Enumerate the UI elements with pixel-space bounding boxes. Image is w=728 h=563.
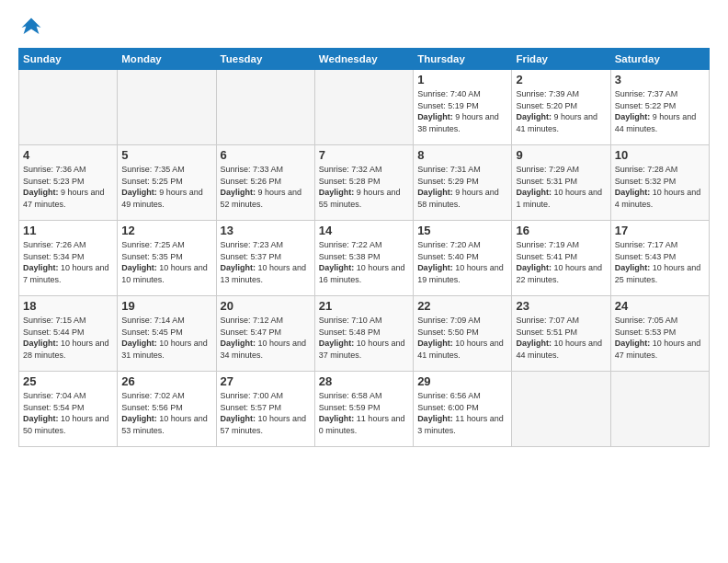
calendar-table: SundayMondayTuesdayWednesdayThursdayFrid… [18, 48, 710, 447]
day-detail: Sunrise: 7:36 AMSunset: 5:23 PMDaylight:… [23, 164, 113, 210]
day-detail: Sunrise: 7:37 AMSunset: 5:22 PMDaylight:… [615, 88, 705, 134]
day-detail: Sunrise: 7:09 AMSunset: 5:50 PMDaylight:… [417, 315, 507, 361]
day-number: 22 [417, 299, 507, 313]
day-detail: Sunrise: 7:31 AMSunset: 5:29 PMDaylight:… [417, 164, 507, 210]
calendar-cell [19, 70, 118, 145]
day-number: 4 [23, 148, 113, 162]
day-detail: Sunrise: 7:00 AMSunset: 5:57 PMDaylight:… [221, 390, 311, 436]
calendar-cell: 7Sunrise: 7:32 AMSunset: 5:28 PMDaylight… [314, 145, 413, 221]
calendar-cell: 23Sunrise: 7:07 AMSunset: 5:51 PMDayligh… [512, 296, 610, 372]
calendar-cell: 1Sunrise: 7:40 AMSunset: 5:19 PMDaylight… [414, 70, 512, 145]
day-number: 8 [417, 148, 507, 162]
logo [18, 15, 48, 40]
day-detail: Sunrise: 7:15 AMSunset: 5:44 PMDaylight:… [23, 315, 113, 361]
calendar-day-header: Wednesday [314, 49, 413, 70]
calendar-day-header: Monday [118, 49, 216, 70]
header [18, 15, 710, 40]
calendar-cell: 5Sunrise: 7:35 AMSunset: 5:25 PMDaylight… [118, 145, 216, 221]
calendar-cell: 21Sunrise: 7:10 AMSunset: 5:48 PMDayligh… [314, 296, 413, 372]
day-detail: Sunrise: 7:26 AMSunset: 5:34 PMDaylight:… [23, 239, 113, 285]
svg-marker-0 [22, 18, 41, 35]
day-number: 28 [319, 374, 409, 388]
day-number: 9 [516, 148, 606, 162]
calendar-cell: 12Sunrise: 7:25 AMSunset: 5:35 PMDayligh… [118, 221, 216, 296]
calendar-cell: 6Sunrise: 7:33 AMSunset: 5:26 PMDaylight… [216, 145, 314, 221]
calendar-cell: 25Sunrise: 7:04 AMSunset: 5:54 PMDayligh… [19, 372, 118, 447]
day-number: 7 [319, 148, 409, 162]
day-detail: Sunrise: 7:32 AMSunset: 5:28 PMDaylight:… [319, 164, 409, 210]
day-number: 12 [121, 224, 211, 237]
calendar-cell: 28Sunrise: 6:58 AMSunset: 5:59 PMDayligh… [314, 372, 413, 447]
calendar-cell [314, 70, 413, 145]
calendar-week-row: 18Sunrise: 7:15 AMSunset: 5:44 PMDayligh… [19, 296, 710, 372]
calendar-cell: 8Sunrise: 7:31 AMSunset: 5:29 PMDaylight… [414, 145, 512, 221]
day-number: 5 [121, 148, 211, 162]
calendar-cell: 20Sunrise: 7:12 AMSunset: 5:47 PMDayligh… [216, 296, 314, 372]
calendar-cell: 18Sunrise: 7:15 AMSunset: 5:44 PMDayligh… [19, 296, 118, 372]
day-number: 10 [615, 148, 705, 162]
day-number: 1 [417, 73, 507, 86]
day-detail: Sunrise: 7:10 AMSunset: 5:48 PMDaylight:… [319, 315, 409, 361]
calendar-week-row: 25Sunrise: 7:04 AMSunset: 5:54 PMDayligh… [19, 372, 710, 447]
calendar-day-header: Thursday [414, 49, 512, 70]
day-detail: Sunrise: 7:02 AMSunset: 5:56 PMDaylight:… [121, 390, 211, 436]
day-detail: Sunrise: 7:14 AMSunset: 5:45 PMDaylight:… [121, 315, 211, 361]
calendar-cell: 26Sunrise: 7:02 AMSunset: 5:56 PMDayligh… [118, 372, 216, 447]
calendar-week-row: 1Sunrise: 7:40 AMSunset: 5:19 PMDaylight… [19, 70, 710, 145]
calendar-cell: 4Sunrise: 7:36 AMSunset: 5:23 PMDaylight… [19, 145, 118, 221]
calendar-cell: 9Sunrise: 7:29 AMSunset: 5:31 PMDaylight… [512, 145, 610, 221]
calendar-cell: 24Sunrise: 7:05 AMSunset: 5:53 PMDayligh… [610, 296, 709, 372]
day-detail: Sunrise: 7:29 AMSunset: 5:31 PMDaylight:… [516, 164, 606, 210]
calendar-cell [216, 70, 314, 145]
logo-icon [18, 15, 44, 40]
calendar-cell: 13Sunrise: 7:23 AMSunset: 5:37 PMDayligh… [216, 221, 314, 296]
day-detail: Sunrise: 7:19 AMSunset: 5:41 PMDaylight:… [516, 239, 606, 285]
day-number: 23 [516, 299, 606, 313]
calendar-week-row: 4Sunrise: 7:36 AMSunset: 5:23 PMDaylight… [19, 145, 710, 221]
day-number: 27 [221, 374, 311, 388]
page-container: SundayMondayTuesdayWednesdayThursdayFrid… [0, 0, 728, 456]
calendar-cell: 27Sunrise: 7:00 AMSunset: 5:57 PMDayligh… [216, 372, 314, 447]
day-number: 17 [615, 224, 705, 237]
day-detail: Sunrise: 7:05 AMSunset: 5:53 PMDaylight:… [615, 315, 705, 361]
calendar-day-header: Friday [512, 49, 610, 70]
day-detail: Sunrise: 7:23 AMSunset: 5:37 PMDaylight:… [221, 239, 311, 285]
day-number: 14 [319, 224, 409, 237]
day-detail: Sunrise: 7:20 AMSunset: 5:40 PMDaylight:… [417, 239, 507, 285]
day-detail: Sunrise: 7:28 AMSunset: 5:32 PMDaylight:… [615, 164, 705, 210]
calendar-cell: 15Sunrise: 7:20 AMSunset: 5:40 PMDayligh… [414, 221, 512, 296]
calendar-cell: 17Sunrise: 7:17 AMSunset: 5:43 PMDayligh… [610, 221, 709, 296]
calendar-cell: 22Sunrise: 7:09 AMSunset: 5:50 PMDayligh… [414, 296, 512, 372]
day-number: 24 [615, 299, 705, 313]
day-number: 20 [221, 299, 311, 313]
day-detail: Sunrise: 7:17 AMSunset: 5:43 PMDaylight:… [615, 239, 705, 285]
calendar-day-header: Sunday [19, 49, 118, 70]
day-detail: Sunrise: 7:39 AMSunset: 5:20 PMDaylight:… [516, 88, 606, 134]
day-detail: Sunrise: 6:56 AMSunset: 6:00 PMDaylight:… [417, 390, 507, 436]
day-number: 15 [417, 224, 507, 237]
calendar-cell: 16Sunrise: 7:19 AMSunset: 5:41 PMDayligh… [512, 221, 610, 296]
calendar-header-row: SundayMondayTuesdayWednesdayThursdayFrid… [19, 49, 710, 70]
day-number: 29 [417, 374, 507, 388]
day-number: 16 [516, 224, 606, 237]
calendar-cell: 14Sunrise: 7:22 AMSunset: 5:38 PMDayligh… [314, 221, 413, 296]
day-detail: Sunrise: 7:07 AMSunset: 5:51 PMDaylight:… [516, 315, 606, 361]
day-detail: Sunrise: 6:58 AMSunset: 5:59 PMDaylight:… [319, 390, 409, 436]
calendar-day-header: Saturday [610, 49, 709, 70]
calendar-cell [610, 372, 709, 447]
day-detail: Sunrise: 7:33 AMSunset: 5:26 PMDaylight:… [221, 164, 311, 210]
calendar-cell: 19Sunrise: 7:14 AMSunset: 5:45 PMDayligh… [118, 296, 216, 372]
day-detail: Sunrise: 7:25 AMSunset: 5:35 PMDaylight:… [121, 239, 211, 285]
day-number: 3 [615, 73, 705, 86]
day-number: 6 [221, 148, 311, 162]
calendar-cell [118, 70, 216, 145]
day-detail: Sunrise: 7:04 AMSunset: 5:54 PMDaylight:… [23, 390, 113, 436]
calendar-cell: 11Sunrise: 7:26 AMSunset: 5:34 PMDayligh… [19, 221, 118, 296]
calendar-cell: 10Sunrise: 7:28 AMSunset: 5:32 PMDayligh… [610, 145, 709, 221]
calendar-cell: 2Sunrise: 7:39 AMSunset: 5:20 PMDaylight… [512, 70, 610, 145]
day-number: 26 [121, 374, 211, 388]
day-number: 2 [516, 73, 606, 86]
day-detail: Sunrise: 7:22 AMSunset: 5:38 PMDaylight:… [319, 239, 409, 285]
calendar-week-row: 11Sunrise: 7:26 AMSunset: 5:34 PMDayligh… [19, 221, 710, 296]
calendar-day-header: Tuesday [216, 49, 314, 70]
